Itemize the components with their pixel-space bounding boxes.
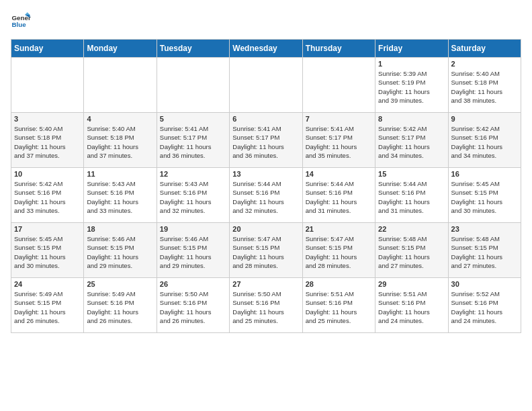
calendar-cell: 3Sunrise: 5:40 AM Sunset: 5:18 PM Daylig… xyxy=(11,113,84,168)
day-info: Sunrise: 5:47 AM Sunset: 5:15 PM Dayligh… xyxy=(232,234,299,270)
day-info: Sunrise: 5:42 AM Sunset: 5:16 PM Dayligh… xyxy=(14,179,81,215)
day-number: 10 xyxy=(14,170,81,178)
day-info: Sunrise: 5:40 AM Sunset: 5:18 PM Dayligh… xyxy=(87,124,153,160)
calendar-cell: 15Sunrise: 5:44 AM Sunset: 5:16 PM Dayli… xyxy=(375,168,448,223)
day-info: Sunrise: 5:46 AM Sunset: 5:15 PM Dayligh… xyxy=(160,234,226,270)
day-info: Sunrise: 5:48 AM Sunset: 5:15 PM Dayligh… xyxy=(378,234,445,270)
day-info: Sunrise: 5:47 AM Sunset: 5:15 PM Dayligh… xyxy=(306,234,372,270)
calendar-cell: 30Sunrise: 5:52 AM Sunset: 5:16 PM Dayli… xyxy=(448,278,521,333)
svg-text:Blue: Blue xyxy=(12,21,27,28)
calendar-cell: 13Sunrise: 5:44 AM Sunset: 5:16 PM Dayli… xyxy=(230,168,302,223)
calendar-cell: 20Sunrise: 5:47 AM Sunset: 5:15 PM Dayli… xyxy=(230,223,302,278)
day-info: Sunrise: 5:50 AM Sunset: 5:16 PM Dayligh… xyxy=(232,289,299,325)
day-info: Sunrise: 5:40 AM Sunset: 5:18 PM Dayligh… xyxy=(451,69,518,105)
day-info: Sunrise: 5:44 AM Sunset: 5:16 PM Dayligh… xyxy=(378,179,445,215)
day-number: 23 xyxy=(451,225,518,233)
day-number: 5 xyxy=(160,115,226,123)
day-number: 4 xyxy=(87,115,153,123)
day-info: Sunrise: 5:41 AM Sunset: 5:17 PM Dayligh… xyxy=(160,124,226,160)
column-header-thursday: Thursday xyxy=(302,40,375,58)
calendar-cell: 25Sunrise: 5:49 AM Sunset: 5:16 PM Dayli… xyxy=(84,278,157,333)
day-info: Sunrise: 5:39 AM Sunset: 5:19 PM Dayligh… xyxy=(378,69,445,105)
calendar-week-4: 17Sunrise: 5:45 AM Sunset: 5:15 PM Dayli… xyxy=(11,223,521,278)
day-info: Sunrise: 5:50 AM Sunset: 5:16 PM Dayligh… xyxy=(160,289,226,325)
day-number: 17 xyxy=(14,225,81,233)
calendar-cell: 2Sunrise: 5:40 AM Sunset: 5:18 PM Daylig… xyxy=(448,58,521,113)
day-number: 6 xyxy=(232,115,299,123)
day-number: 22 xyxy=(378,225,445,233)
day-info: Sunrise: 5:46 AM Sunset: 5:15 PM Dayligh… xyxy=(87,234,153,270)
day-info: Sunrise: 5:45 AM Sunset: 5:15 PM Dayligh… xyxy=(451,179,518,215)
day-number: 16 xyxy=(451,170,518,178)
calendar-cell: 17Sunrise: 5:45 AM Sunset: 5:15 PM Dayli… xyxy=(11,223,84,278)
calendar-cell: 16Sunrise: 5:45 AM Sunset: 5:15 PM Dayli… xyxy=(448,168,521,223)
calendar-cell: 23Sunrise: 5:48 AM Sunset: 5:15 PM Dayli… xyxy=(448,223,521,278)
column-header-tuesday: Tuesday xyxy=(157,40,229,58)
day-info: Sunrise: 5:44 AM Sunset: 5:16 PM Dayligh… xyxy=(306,179,372,215)
page-header: General Blue xyxy=(11,11,521,31)
day-info: Sunrise: 5:49 AM Sunset: 5:16 PM Dayligh… xyxy=(87,289,153,325)
day-info: Sunrise: 5:45 AM Sunset: 5:15 PM Dayligh… xyxy=(14,234,81,270)
calendar-week-3: 10Sunrise: 5:42 AM Sunset: 5:16 PM Dayli… xyxy=(11,168,521,223)
calendar-cell xyxy=(302,58,375,113)
day-number: 8 xyxy=(378,115,445,123)
calendar-cell: 7Sunrise: 5:41 AM Sunset: 5:17 PM Daylig… xyxy=(302,113,375,168)
calendar-cell: 1Sunrise: 5:39 AM Sunset: 5:19 PM Daylig… xyxy=(375,58,448,113)
calendar-cell: 29Sunrise: 5:51 AM Sunset: 5:16 PM Dayli… xyxy=(375,278,448,333)
day-info: Sunrise: 5:40 AM Sunset: 5:18 PM Dayligh… xyxy=(14,124,81,160)
day-number: 26 xyxy=(160,280,226,288)
calendar-cell: 6Sunrise: 5:41 AM Sunset: 5:17 PM Daylig… xyxy=(230,113,302,168)
calendar-cell xyxy=(11,58,84,113)
calendar-cell xyxy=(230,58,302,113)
calendar-week-5: 24Sunrise: 5:49 AM Sunset: 5:15 PM Dayli… xyxy=(11,278,521,333)
day-info: Sunrise: 5:42 AM Sunset: 5:16 PM Dayligh… xyxy=(451,124,518,160)
day-info: Sunrise: 5:49 AM Sunset: 5:15 PM Dayligh… xyxy=(14,289,81,325)
calendar-cell: 27Sunrise: 5:50 AM Sunset: 5:16 PM Dayli… xyxy=(230,278,302,333)
column-header-sunday: Sunday xyxy=(11,40,84,58)
calendar-cell: 22Sunrise: 5:48 AM Sunset: 5:15 PM Dayli… xyxy=(375,223,448,278)
column-header-wednesday: Wednesday xyxy=(230,40,302,58)
day-number: 25 xyxy=(87,280,153,288)
calendar-cell: 8Sunrise: 5:42 AM Sunset: 5:17 PM Daylig… xyxy=(375,113,448,168)
calendar-cell xyxy=(84,58,157,113)
calendar-cell: 12Sunrise: 5:43 AM Sunset: 5:16 PM Dayli… xyxy=(157,168,229,223)
day-number: 18 xyxy=(87,225,153,233)
calendar-cell: 10Sunrise: 5:42 AM Sunset: 5:16 PM Dayli… xyxy=(11,168,84,223)
day-number: 11 xyxy=(87,170,153,178)
day-info: Sunrise: 5:52 AM Sunset: 5:16 PM Dayligh… xyxy=(451,289,518,325)
calendar-header-row: SundayMondayTuesdayWednesdayThursdayFrid… xyxy=(11,40,521,58)
day-number: 21 xyxy=(306,225,372,233)
day-info: Sunrise: 5:41 AM Sunset: 5:17 PM Dayligh… xyxy=(306,124,372,160)
calendar-week-2: 3Sunrise: 5:40 AM Sunset: 5:18 PM Daylig… xyxy=(11,113,521,168)
day-number: 15 xyxy=(378,170,445,178)
calendar-cell: 21Sunrise: 5:47 AM Sunset: 5:15 PM Dayli… xyxy=(302,223,375,278)
column-header-saturday: Saturday xyxy=(448,40,521,58)
calendar-cell: 4Sunrise: 5:40 AM Sunset: 5:18 PM Daylig… xyxy=(84,113,157,168)
calendar-cell: 18Sunrise: 5:46 AM Sunset: 5:15 PM Dayli… xyxy=(84,223,157,278)
day-info: Sunrise: 5:41 AM Sunset: 5:17 PM Dayligh… xyxy=(232,124,299,160)
day-number: 3 xyxy=(14,115,81,123)
calendar-table: SundayMondayTuesdayWednesdayThursdayFrid… xyxy=(11,39,521,333)
day-number: 20 xyxy=(232,225,299,233)
day-number: 30 xyxy=(451,280,518,288)
day-number: 9 xyxy=(451,115,518,123)
day-info: Sunrise: 5:42 AM Sunset: 5:17 PM Dayligh… xyxy=(378,124,445,160)
calendar-cell: 14Sunrise: 5:44 AM Sunset: 5:16 PM Dayli… xyxy=(302,168,375,223)
day-number: 1 xyxy=(378,60,445,68)
calendar-cell xyxy=(157,58,229,113)
logo-icon: General Blue xyxy=(11,11,31,31)
day-number: 28 xyxy=(306,280,372,288)
day-number: 2 xyxy=(451,60,518,68)
day-number: 13 xyxy=(232,170,299,178)
calendar-cell: 26Sunrise: 5:50 AM Sunset: 5:16 PM Dayli… xyxy=(157,278,229,333)
day-number: 24 xyxy=(14,280,81,288)
calendar-cell: 24Sunrise: 5:49 AM Sunset: 5:15 PM Dayli… xyxy=(11,278,84,333)
day-number: 14 xyxy=(306,170,372,178)
day-info: Sunrise: 5:48 AM Sunset: 5:15 PM Dayligh… xyxy=(451,234,518,270)
calendar-cell: 19Sunrise: 5:46 AM Sunset: 5:15 PM Dayli… xyxy=(157,223,229,278)
column-header-monday: Monday xyxy=(84,40,157,58)
day-info: Sunrise: 5:43 AM Sunset: 5:16 PM Dayligh… xyxy=(87,179,153,215)
calendar-cell: 9Sunrise: 5:42 AM Sunset: 5:16 PM Daylig… xyxy=(448,113,521,168)
calendar-week-1: 1Sunrise: 5:39 AM Sunset: 5:19 PM Daylig… xyxy=(11,58,521,113)
calendar-cell: 28Sunrise: 5:51 AM Sunset: 5:16 PM Dayli… xyxy=(302,278,375,333)
